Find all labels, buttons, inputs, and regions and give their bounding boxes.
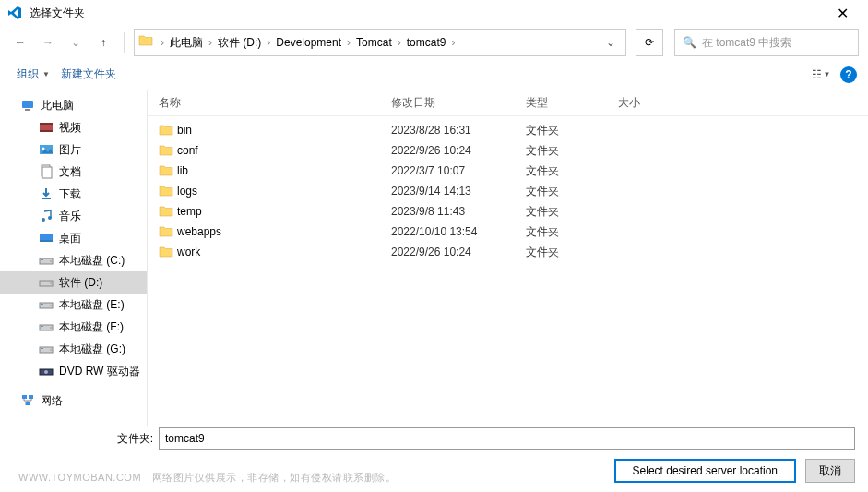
- file-row[interactable]: webapps2022/10/10 13:54文件夹: [148, 222, 868, 242]
- chevron-icon: ›: [207, 36, 214, 49]
- network-icon: [20, 393, 35, 408]
- sidebar-item[interactable]: 此电脑: [0, 94, 147, 116]
- svg-rect-8: [42, 167, 52, 178]
- search-input[interactable]: 🔍 在 tomcat9 中搜索: [674, 29, 859, 56]
- help-button[interactable]: ?: [840, 66, 857, 83]
- vscode-icon: [7, 6, 22, 20]
- file-name: bin: [177, 124, 391, 137]
- sidebar-item-label: 文档: [59, 164, 81, 180]
- close-button[interactable]: ✕: [824, 5, 861, 22]
- dvd-icon: [39, 364, 54, 378]
- svg-rect-1: [25, 109, 30, 111]
- sidebar-item-label: 本地磁盘 (C:): [59, 253, 125, 269]
- column-headers: 名称 修改日期 类型 大小: [148, 90, 868, 116]
- file-type: 文件夹: [526, 204, 618, 220]
- refresh-button[interactable]: ⟳: [636, 29, 663, 56]
- file-date: 2022/9/26 10:24: [391, 246, 526, 258]
- organize-menu[interactable]: 组织 ▼: [11, 63, 55, 86]
- folder-icon: [159, 185, 177, 198]
- file-row[interactable]: lib2022/3/7 10:07文件夹: [148, 161, 868, 181]
- main-area: 此电脑视频图片文档下载音乐桌面本地磁盘 (C:)软件 (D:)本地磁盘 (E:)…: [0, 90, 868, 426]
- file-type: 文件夹: [526, 224, 618, 240]
- chevron-icon: ›: [345, 36, 352, 49]
- folder-icon: [159, 144, 177, 157]
- file-date: 2022/10/10 13:54: [391, 225, 526, 238]
- folder-icon: [159, 205, 177, 218]
- svg-rect-21: [41, 304, 43, 305]
- chevron-icon: ›: [449, 36, 457, 49]
- titlebar: 选择文件夹 ✕: [0, 0, 868, 26]
- file-row[interactable]: logs2023/9/14 14:13文件夹: [148, 181, 868, 201]
- sidebar-item-label: DVD RW 驱动器: [59, 364, 140, 379]
- sidebar-item[interactable]: 本地磁盘 (G:): [0, 338, 147, 360]
- svg-point-10: [42, 218, 45, 222]
- breadcrumb-item[interactable]: Development: [272, 36, 345, 49]
- file-row[interactable]: conf2022/9/26 10:24文件夹: [148, 140, 868, 161]
- file-type: 文件夹: [526, 163, 618, 179]
- breadcrumb-item[interactable]: Tomcat: [352, 36, 396, 49]
- column-size[interactable]: 大小: [618, 95, 692, 111]
- file-row[interactable]: work2022/9/26 10:24文件夹: [148, 242, 868, 262]
- music-icon: [39, 209, 54, 223]
- sidebar-item[interactable]: 桌面: [0, 227, 147, 249]
- folder-label: 文件夹:: [13, 431, 159, 447]
- svg-rect-24: [41, 326, 43, 327]
- sidebar-item-network[interactable]: 网络: [0, 390, 147, 412]
- file-type: 文件夹: [526, 245, 618, 260]
- video-icon: [39, 120, 54, 135]
- file-list: bin2023/8/28 16:31文件夹conf2022/9/26 10:24…: [148, 116, 868, 426]
- sidebar-item-label: 本地磁盘 (G:): [59, 342, 125, 357]
- drive-icon: [39, 253, 54, 268]
- forward-button[interactable]: →: [37, 31, 59, 54]
- file-name: conf: [177, 144, 391, 157]
- sidebar-item[interactable]: 本地磁盘 (E:): [0, 294, 147, 316]
- folder-input[interactable]: [159, 427, 855, 450]
- svg-rect-9: [42, 198, 51, 199]
- view-options-button[interactable]: ☷ ▼: [811, 65, 831, 85]
- file-name: temp: [177, 205, 391, 218]
- column-date[interactable]: 修改日期: [391, 95, 526, 111]
- folder-icon: [159, 225, 177, 238]
- svg-point-28: [50, 349, 52, 351]
- file-name: webapps: [177, 225, 391, 238]
- nav-separator: [124, 32, 125, 53]
- svg-rect-33: [26, 402, 30, 405]
- search-placeholder: 在 tomcat9 中搜索: [702, 35, 791, 51]
- file-row[interactable]: bin2023/8/28 16:31文件夹: [148, 120, 868, 140]
- sidebar-item-label: 此电脑: [41, 98, 74, 114]
- column-name[interactable]: 名称: [159, 95, 391, 111]
- select-location-button[interactable]: Select desired server location: [614, 459, 796, 483]
- sidebar-item[interactable]: 文档: [0, 161, 147, 183]
- sidebar-item[interactable]: 下载: [0, 183, 147, 205]
- breadcrumb-dropdown[interactable]: ⌄: [600, 36, 622, 49]
- recent-button[interactable]: ⌄: [65, 31, 87, 54]
- back-button[interactable]: ←: [9, 31, 31, 54]
- up-button[interactable]: ↑: [92, 31, 114, 54]
- column-type[interactable]: 类型: [526, 95, 618, 111]
- sidebar-item[interactable]: 视频: [0, 116, 147, 138]
- svg-rect-27: [41, 348, 43, 349]
- sidebar-item[interactable]: 图片: [0, 138, 147, 161]
- cancel-button[interactable]: 取消: [805, 459, 855, 483]
- file-type: 文件夹: [526, 143, 618, 159]
- breadcrumb-item[interactable]: 此电脑: [166, 35, 207, 51]
- new-folder-button[interactable]: 新建文件夹: [55, 63, 122, 86]
- svg-rect-31: [22, 395, 27, 399]
- sidebar-item[interactable]: 音乐: [0, 205, 147, 227]
- file-row[interactable]: temp2023/9/8 11:43文件夹: [148, 201, 868, 222]
- folder-icon: [138, 34, 155, 51]
- breadcrumb-item[interactable]: 软件 (D:): [214, 35, 265, 51]
- svg-point-11: [48, 216, 52, 220]
- breadcrumb[interactable]: › 此电脑 › 软件 (D:) › Development › Tomcat ›…: [134, 29, 626, 56]
- sidebar-item[interactable]: 软件 (D:): [0, 271, 147, 294]
- file-date: 2023/9/8 11:43: [391, 205, 526, 218]
- folder-row: 文件夹:: [13, 427, 855, 450]
- breadcrumb-item[interactable]: tomcat9: [403, 36, 450, 49]
- sidebar-item[interactable]: 本地磁盘 (F:): [0, 316, 147, 338]
- folder-icon: [159, 164, 177, 177]
- svg-rect-32: [29, 395, 33, 399]
- sidebar-item-label: 图片: [59, 142, 81, 158]
- sidebar-item[interactable]: 本地磁盘 (C:): [0, 249, 147, 271]
- pc-icon: [20, 98, 35, 113]
- sidebar-item[interactable]: DVD RW 驱动器: [0, 360, 147, 382]
